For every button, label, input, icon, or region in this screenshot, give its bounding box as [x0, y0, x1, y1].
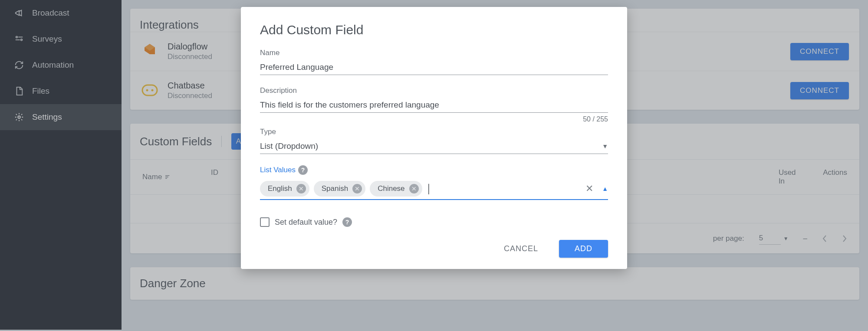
text-cursor: │ — [427, 184, 432, 194]
list-values-label: List Values — [260, 166, 296, 174]
description-input[interactable] — [260, 98, 608, 113]
chip-english: English ✕ — [260, 181, 309, 197]
help-icon[interactable]: ? — [298, 165, 308, 175]
chevron-up-icon[interactable]: ▲ — [602, 185, 608, 192]
chip-label: English — [268, 184, 292, 193]
type-select[interactable]: List (Dropdown) ▼ — [260, 139, 608, 154]
name-input[interactable] — [260, 60, 608, 75]
chip-remove-icon[interactable]: ✕ — [296, 184, 306, 193]
chip-label: Chinese — [378, 184, 404, 193]
add-button[interactable]: ADD — [559, 240, 608, 258]
list-values-input[interactable]: English ✕ Spanish ✕ Chinese ✕ │ ✕ ▲ — [260, 178, 608, 200]
add-custom-field-modal: Add Custom Field Name Description 50 / 2… — [241, 7, 627, 269]
cancel-button[interactable]: CANCEL — [496, 240, 546, 258]
chip-spanish: Spanish ✕ — [314, 181, 365, 197]
chip-chinese: Chinese ✕ — [370, 181, 422, 197]
description-counter: 50 / 255 — [260, 115, 608, 123]
clear-all-icon[interactable]: ✕ — [585, 183, 593, 194]
help-icon[interactable]: ? — [342, 217, 352, 227]
chevron-down-icon: ▼ — [602, 143, 608, 150]
name-field-label: Name — [260, 49, 608, 57]
description-field-label: Description — [260, 86, 608, 95]
set-default-checkbox[interactable] — [260, 217, 270, 227]
chip-label: Spanish — [322, 184, 348, 193]
type-field-label: Type — [260, 128, 608, 136]
chip-remove-icon[interactable]: ✕ — [409, 184, 419, 193]
set-default-label: Set default value? — [275, 218, 337, 227]
chip-remove-icon[interactable]: ✕ — [352, 184, 362, 193]
type-select-value: List (Dropdown) — [260, 141, 602, 151]
modal-title: Add Custom Field — [260, 23, 608, 37]
